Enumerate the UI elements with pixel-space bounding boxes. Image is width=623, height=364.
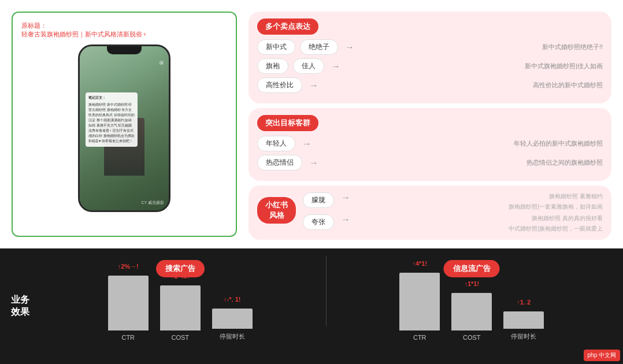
phone-notch (107, 46, 142, 54)
info-ctr-value: ↑4*1! (412, 260, 427, 267)
php-badge: php 中文网 (584, 350, 620, 361)
search-dwell-bar-fill: ↑-*. 1! (212, 309, 253, 329)
target-result-1: 年轻人必拍的新中式旗袍婚纱照 (318, 139, 603, 148)
info-cost-label: COST (463, 334, 481, 341)
style-result-1a: 旗袍婚纱照 素雅稳约 (357, 192, 603, 200)
selling-row-3: 高性价比 → 高性价比的新中式婚纱照 (257, 77, 603, 93)
search-cost-bar: ↑1*40! COST (160, 273, 201, 341)
tag-qi-pao: 旗袍 (257, 58, 288, 74)
info-dwell-value: ↑1. 2 (517, 299, 531, 306)
search-cost-bar-fill: ↑1*40! (160, 285, 201, 330)
result-1: 新中式婚纱照绝绝子!! (361, 43, 603, 51)
style-result-2a: 旗袍婚纱照 真的真的很好看 (357, 214, 603, 222)
bottom-section: 业务 效果 搜索广告 ↑2%→! CTR (0, 248, 623, 364)
business-effect-label: 业务 效果 (11, 294, 29, 318)
search-dwell-bar: ↑-*. 1! 停留时长 (212, 271, 253, 341)
target-row-1: 年轻人 → 年轻人必拍的新中式旗袍婚纱照 (257, 136, 603, 151)
info-cost-value: ↑1*1! (464, 280, 479, 287)
info-ctr-label: CTR (413, 334, 427, 341)
phone-brand: 中国 (158, 58, 164, 173)
phone-note-text: 笔记正文： 旗袍婚纱照 新中式婚纱照 经营古婚纱照 旗袍婚纱 东方女性美的经典风… (86, 92, 138, 147)
info-cost-bar-fill: ↑1*1! (451, 293, 492, 330)
selling-points-section: 多个卖点表达 新中式 绝绝子 → 新中式婚纱照绝绝子!! 旗袍 佳人 → 新中式… (249, 12, 611, 103)
tag-high-value: 高性价比 (257, 77, 302, 93)
info-ctr-bar: ↑4*1! CTR (399, 273, 440, 341)
style-sub-rows-1: 旗袍婚纱照 素雅稳约 旗袍婚纱照|一套素雅旗袍，如诗如画 (357, 192, 603, 211)
style-section: 小红书 风格 朦胧 → 旗袍婚纱照 素雅稳约 旗袍婚纱照|一套素雅旗袍，如诗如画… (249, 185, 611, 240)
search-ctr-bar-fill: ↑2%→! (108, 276, 149, 330)
target-badge: 突出目标客群 (257, 115, 318, 131)
tag-jia-ren: 佳人 (293, 58, 324, 74)
search-ad-badge: 搜索广告 (156, 260, 205, 277)
info-dwell-bar-fill: ↑1. 2 (503, 311, 544, 329)
side-label: 业务 效果 (0, 248, 40, 364)
charts-area: 搜索广告 ↑2%→! CTR ↑1*40! (40, 248, 623, 364)
style-badge: 小红书 风格 (257, 197, 296, 224)
search-dwell-label: 停留时长 (220, 332, 245, 341)
search-ctr-bar: ↑2%→! CTR (108, 273, 149, 341)
tag-young: 年轻人 (257, 136, 295, 151)
style-badge-col: 小红书 风格 (257, 192, 296, 233)
target-section: 突出目标客群 年轻人 → 年轻人必拍的新中式旗袍婚纱照 热恋情侣 → 热恋情侣之… (249, 108, 611, 181)
selling-row-1: 新中式 绝绝子 → 新中式婚纱照绝绝子!! (257, 39, 603, 55)
tag-xin-zhong-shi: 新中式 (257, 39, 295, 55)
style-row-1: 朦胧 → 旗袍婚纱照 素雅稳约 旗袍婚纱照|一套素雅旗袍，如诗如画 (303, 192, 603, 211)
tag-menglong: 朦胧 (303, 192, 334, 208)
search-ad-group: 搜索广告 ↑2%→! CTR ↑1*40! (40, 266, 320, 341)
style-content: 朦胧 → 旗袍婚纱照 素雅稳约 旗袍婚纱照|一套素雅旗袍，如诗如画 夸张 → 旗… (303, 192, 603, 233)
top-section: 原标题： 轻奢古装旗袍婚纱照｜新中式风格清新脱俗♀ 中国 笔记正文： 旗袍婚纱照… (0, 0, 623, 248)
search-dwell-value: ↑-*. 1! (224, 296, 240, 303)
info-ctr-bar-fill: ↑4*1! (399, 273, 440, 330)
search-ctr-label: CTR (121, 334, 135, 341)
arrow-1: → (345, 42, 354, 53)
selling-badge: 多个卖点表达 (257, 18, 318, 35)
target-arrow-1: → (302, 139, 312, 149)
tag-jue-jue-zi: 绝绝子 (300, 39, 338, 55)
original-label: 原标题： 轻奢古装旗袍婚纱照｜新中式风格清新脱俗♀ (21, 21, 227, 39)
info-cost-bar: ↑1*1! COST (451, 273, 492, 341)
search-ctr-value: ↑2%→! (118, 263, 139, 270)
arrow-3: → (309, 80, 318, 91)
style-result-2b: 中式婚纱照|旗袍婚纱照，一眼就爱上 (357, 225, 603, 233)
tag-kuazhang: 夸张 (303, 214, 334, 230)
arrow-2: → (331, 61, 340, 72)
result-3: 高性价比的新中式婚纱照 (325, 81, 603, 90)
phone-screen: 中国 笔记正文： 旗袍婚纱照 新中式婚纱照 经营古婚纱照 旗袍婚纱 东方女性美的… (80, 46, 169, 210)
style-arrow-2: → (341, 214, 350, 225)
style-result-1b: 旗袍婚纱照|一套素雅旗袍，如诗如画 (357, 203, 603, 211)
search-cost-label: COST (171, 334, 189, 341)
info-dwell-bar: ↑1. 2 停留时长 (503, 271, 544, 341)
right-area: 多个卖点表达 新中式 绝绝子 → 新中式婚纱照绝绝子!! 旗袍 佳人 → 新中式… (249, 12, 611, 237)
style-arrow-1: → (341, 192, 350, 203)
selling-row-2: 旗袍 佳人 → 新中式旗袍婚纱照|佳人如画 (257, 58, 603, 74)
info-ad-badge: 信息流广告 (444, 260, 500, 277)
style-row-2: 夸张 → 旗袍婚纱照 真的真的很好看 中式婚纱照|旗袍婚纱照，一眼就爱上 (303, 214, 603, 233)
info-ad-group: 信息流广告 ↑4*1! CTR ↑1*1! (332, 266, 612, 341)
info-dwell-label: 停留时长 (511, 332, 536, 341)
target-row-2: 热恋情侣 → 热恋情侣之间的旗袍婚纱照 (257, 155, 603, 170)
tag-couple: 热恋情侣 (257, 155, 302, 170)
phone-mockup: 中国 笔记正文： 旗袍婚纱照 新中式婚纱照 经营古婚纱照 旗袍婚纱 东方女性美的… (78, 44, 170, 212)
style-sub-rows-2: 旗袍婚纱照 真的真的很好看 中式婚纱照|旗袍婚纱照，一眼就爱上 (357, 214, 603, 233)
target-result-2: 热恋情侣之间的旗袍婚纱照 (325, 158, 603, 167)
result-2: 新中式旗袍婚纱照|佳人如画 (347, 62, 603, 70)
target-arrow-2: → (309, 158, 318, 168)
phone-area: 原标题： 轻奢古装旗袍婚纱照｜新中式风格清新脱俗♀ 中国 笔记正文： 旗袍婚纱照… (12, 12, 237, 237)
divider (326, 257, 327, 326)
